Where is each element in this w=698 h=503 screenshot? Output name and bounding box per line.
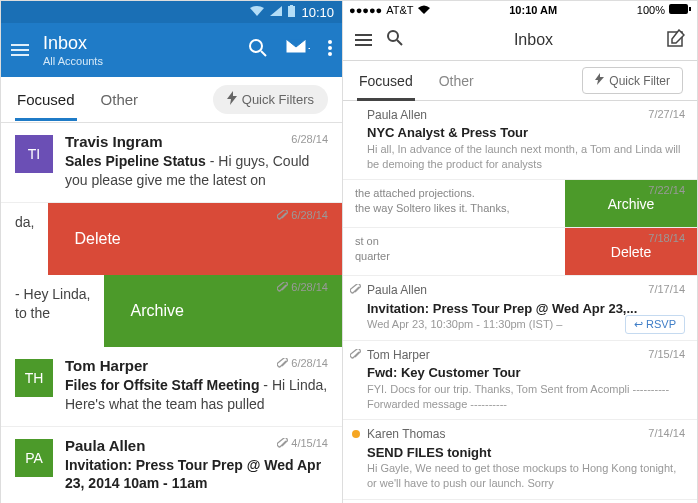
message-item[interactable]: THTom HarperFiles for Offsite Staff Meet… [1, 347, 342, 427]
svg-rect-1 [290, 5, 293, 6]
quick-filter-label: Quick Filter [609, 74, 670, 88]
hamburger-icon[interactable] [355, 34, 372, 46]
message-item[interactable]: Paula AllenInvitation: Press Tour Prep @… [343, 276, 697, 341]
status-time: 10:10 AM [509, 4, 557, 16]
ios-header: Inbox [343, 19, 697, 61]
search-icon[interactable] [248, 38, 268, 62]
wifi-icon [418, 4, 430, 16]
message-date: 7/14/14 [648, 426, 685, 441]
tab-focused[interactable]: Focused [357, 62, 415, 100]
message-subject: Fwd: Key Customer Tour [367, 364, 685, 382]
svg-point-7 [328, 52, 332, 56]
swipe-peek: the attached projections.the way Soltero… [343, 180, 565, 227]
android-message-list[interactable]: TITravis IngramSales Pipeline Status - H… [1, 123, 342, 503]
avatar: PA [15, 439, 53, 477]
tab-other[interactable]: Other [99, 79, 141, 120]
message-item[interactable]: Paula AllenNYC Analyst & Press TourHi al… [343, 101, 697, 180]
message-subject-snippet: Sales Pipeline Status - Hi guys, Could y… [65, 152, 328, 190]
ios-screen: ●●●●● AT&T 10:10 AM 100% Inbox Focused O… [342, 0, 698, 503]
message-sender: Paula Allen [367, 107, 685, 123]
compose-icon[interactable]: + [286, 39, 310, 61]
message-date: 6/28/14 [277, 209, 328, 222]
svg-rect-8 [669, 4, 688, 14]
signal-dots-icon: ●●●●● [349, 4, 382, 16]
android-screen: 10:10 Inbox All Accounts + Focused Other… [0, 0, 342, 503]
message-date: 4/15/14 [277, 437, 328, 450]
message-date: 7/15/14 [648, 347, 685, 362]
accounts-subtitle: All Accounts [43, 55, 248, 67]
message-date: 6/28/14 [277, 357, 328, 370]
svg-point-2 [250, 40, 262, 52]
rsvp-button[interactable]: ↩ RSVP [625, 315, 685, 334]
message-item[interactable]: TITravis IngramSales Pipeline Status - H… [1, 123, 342, 203]
message-sender: Travis Ingram [65, 133, 328, 150]
message-item[interactable]: Tom HarperFwd: Key Customer TourFYI. Doc… [343, 341, 697, 420]
battery-icon [669, 4, 691, 16]
search-icon[interactable] [386, 29, 404, 51]
signal-icon [270, 6, 282, 18]
wifi-icon [250, 6, 264, 18]
svg-rect-9 [689, 7, 691, 11]
svg-line-3 [261, 51, 266, 56]
ios-tabs: Focused Other Quick Filter [343, 61, 697, 101]
svg-text:+: + [308, 42, 310, 56]
message-sender: Paula Allen [367, 282, 685, 298]
inbox-title: Inbox [43, 33, 248, 54]
message-subject: SEND FILES tonight [367, 444, 685, 462]
android-status-bar: 10:10 [1, 1, 342, 23]
inbox-title: Inbox [414, 31, 653, 49]
message-subject-snippet: Invitation: Press Tour Prep @ Wed Apr 23… [65, 456, 328, 494]
tab-other[interactable]: Other [437, 62, 476, 100]
message-sender: Karen Thomas [367, 426, 685, 442]
swipe-peek: - Hey Linda,to the [1, 275, 104, 347]
svg-line-11 [397, 40, 402, 45]
quick-filter-button[interactable]: Quick Filter [582, 67, 683, 94]
avatar: TH [15, 359, 53, 397]
message-date: 7/22/14 [648, 184, 685, 196]
carrier-label: AT&T [386, 4, 413, 16]
hamburger-icon[interactable] [11, 44, 29, 56]
message-date: 6/28/14 [277, 281, 328, 294]
avatar: TI [15, 135, 53, 173]
battery-label: 100% [637, 4, 665, 16]
message-date: 6/28/14 [291, 133, 328, 145]
battery-icon [288, 5, 295, 19]
swipe-row[interactable]: the attached projections.the way Soltero… [343, 180, 697, 228]
message-subject-snippet: Files for Offsite Staff Meeting - Hi Lin… [65, 376, 328, 414]
swipe-row[interactable]: da,Delete 6/28/14 [1, 203, 342, 275]
message-item[interactable]: PAPaula AllenInvitation: Press Tour Prep… [1, 427, 342, 503]
swipe-row[interactable]: - Hey Linda,to theArchive 6/28/14 [1, 275, 342, 347]
message-date: 7/17/14 [648, 282, 685, 297]
bolt-icon [595, 73, 604, 88]
svg-point-5 [328, 40, 332, 44]
message-item[interactable]: Karen ThomasSEND FILES tonightHi Gayle, … [343, 420, 697, 499]
unread-dot [352, 430, 360, 438]
overflow-icon[interactable] [328, 40, 332, 60]
ios-message-list[interactable]: Paula AllenNYC Analyst & Press TourHi al… [343, 101, 697, 503]
message-subject: NYC Analyst & Press Tour [367, 124, 685, 142]
message-snippet: Hi all, In advance of the launch next mo… [367, 142, 685, 172]
attachment-icon [350, 284, 361, 300]
message-snippet: FYI. Docs for our trip. Thanks, Tom Sent… [367, 382, 685, 412]
attachment-icon [350, 349, 361, 365]
svg-rect-0 [288, 6, 295, 17]
quick-filters-label: Quick Filters [242, 92, 314, 107]
status-time: 10:10 [301, 5, 334, 20]
swipe-peek: da, [1, 203, 48, 275]
message-date: 7/18/14 [648, 232, 685, 244]
svg-point-10 [388, 31, 398, 41]
android-header: Inbox All Accounts + [1, 23, 342, 77]
svg-point-6 [328, 46, 332, 50]
header-title-block: Inbox All Accounts [43, 33, 248, 67]
ios-status-bar: ●●●●● AT&T 10:10 AM 100% [343, 1, 697, 19]
swipe-peek: st onquarter [343, 228, 565, 275]
bolt-icon [227, 91, 237, 108]
swipe-row[interactable]: st onquarterDelete7/18/14 [343, 228, 697, 276]
android-tabs: Focused Other Quick Filters [1, 77, 342, 123]
compose-icon[interactable] [667, 29, 685, 51]
message-date: 7/27/14 [648, 107, 685, 122]
message-snippet: Hi Gayle, We need to get those mockups t… [367, 461, 685, 491]
tab-focused[interactable]: Focused [15, 79, 77, 120]
quick-filters-button[interactable]: Quick Filters [213, 85, 328, 114]
message-sender: Tom Harper [367, 347, 685, 363]
